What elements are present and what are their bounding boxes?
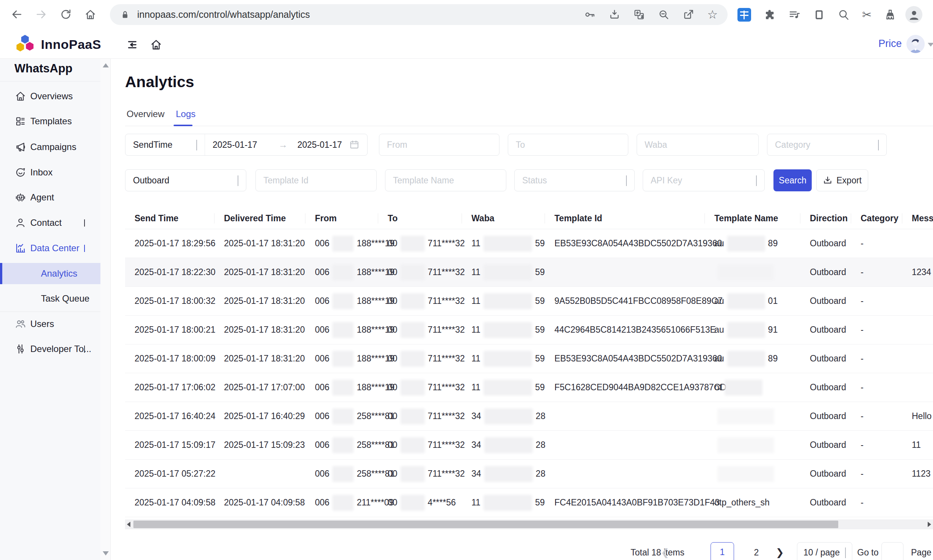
waba-input[interactable]: Waba bbox=[637, 134, 759, 156]
price-link[interactable]: Price bbox=[878, 29, 902, 58]
collapse-sidebar-icon[interactable] bbox=[126, 38, 139, 51]
redacted-text bbox=[332, 380, 354, 396]
sidebar-item-data-center[interactable]: Data Center bbox=[0, 238, 100, 259]
table-cell: 2025-01-17 18:22:30 bbox=[125, 258, 214, 286]
next-page-icon[interactable]: ❯ bbox=[776, 542, 784, 560]
status-select[interactable]: Status bbox=[514, 169, 635, 191]
table-cell: 2025-01-17 17:06:02 bbox=[125, 373, 214, 402]
template-name-input[interactable]: Template Name bbox=[385, 169, 506, 191]
redacted-text bbox=[332, 293, 354, 309]
sidebar-item-developer-tools[interactable]: Developer To... bbox=[0, 338, 100, 360]
forward-icon[interactable] bbox=[35, 8, 47, 20]
table-row[interactable]: 2025-01-17 18:00:092025-01-17 18:31:2000… bbox=[125, 344, 933, 373]
redacted-text bbox=[717, 466, 774, 482]
table-cell bbox=[705, 258, 800, 286]
table-cell: EB53E93C8A054A43BDC5502D7A319360 bbox=[545, 229, 705, 258]
table-cell: 2025-01-17 04:09:58 bbox=[214, 488, 305, 517]
home-icon[interactable] bbox=[84, 8, 97, 21]
url-text[interactable]: innopaas.com/control/whatsapp/analytics bbox=[137, 9, 310, 20]
column-header[interactable]: From bbox=[305, 208, 378, 229]
table-row[interactable]: 2025-01-17 05:27:22006258****8100711****… bbox=[125, 460, 933, 488]
chevron-down-icon bbox=[878, 140, 879, 150]
media-playlist-icon[interactable] bbox=[788, 9, 800, 21]
page-1-button[interactable]: 1 bbox=[711, 542, 734, 560]
time-field-select[interactable]: SendTime bbox=[125, 134, 205, 155]
browser-profile-avatar[interactable] bbox=[905, 6, 922, 23]
scissors-icon[interactable]: ✂ bbox=[862, 9, 872, 20]
direction-select[interactable]: Outboard bbox=[125, 169, 246, 191]
cleaner-brush-icon[interactable] bbox=[884, 9, 896, 21]
sidebar-item-contact[interactable]: Contact bbox=[0, 212, 100, 233]
template-id-input[interactable]: Template Id bbox=[255, 169, 377, 191]
table-row[interactable]: 2025-01-17 18:00:212025-01-17 18:31:2000… bbox=[125, 316, 933, 344]
goto-page-input[interactable] bbox=[881, 542, 903, 560]
zoom-out-icon[interactable] bbox=[658, 9, 670, 20]
scroll-right-icon[interactable] bbox=[928, 522, 931, 527]
api-key-select[interactable]: API Key bbox=[643, 169, 765, 191]
column-header[interactable]: Template Id bbox=[545, 208, 705, 229]
table-row[interactable]: 2025-01-17 17:06:022025-01-17 17:07:0000… bbox=[125, 373, 933, 402]
sidebar-item-campaigns[interactable]: Campaigns bbox=[0, 136, 100, 158]
table-row[interactable]: 2025-01-17 18:00:322025-01-17 18:31:2000… bbox=[125, 287, 933, 316]
date-range-picker[interactable]: 2025-01-17 → 2025-01-17 bbox=[205, 134, 367, 155]
translate-icon[interactable] bbox=[633, 9, 645, 20]
tab-overview[interactable]: Overview bbox=[127, 109, 164, 119]
to-input[interactable]: To bbox=[508, 134, 628, 156]
sidebar-item-templates[interactable]: Templates bbox=[0, 111, 100, 132]
table-row[interactable]: 2025-01-17 18:29:562025-01-17 18:31:2000… bbox=[125, 229, 933, 258]
column-header[interactable]: Category bbox=[851, 208, 902, 229]
table-cell: - bbox=[851, 460, 902, 488]
table-cell: 2025-01-17 16:40:24 bbox=[125, 402, 214, 430]
back-icon[interactable] bbox=[11, 8, 23, 20]
home-nav-icon[interactable] bbox=[150, 38, 163, 51]
user-menu-caret-icon[interactable] bbox=[928, 43, 933, 47]
search-icon[interactable] bbox=[838, 9, 850, 21]
share-icon[interactable] bbox=[683, 9, 694, 20]
prev-page-icon[interactable]: ❮ bbox=[661, 542, 669, 560]
column-header[interactable]: Waba bbox=[462, 208, 545, 229]
export-button[interactable]: Export bbox=[816, 169, 868, 191]
search-button[interactable]: Search bbox=[773, 169, 812, 191]
scroll-up-icon[interactable] bbox=[103, 63, 109, 67]
chevron-down-icon bbox=[196, 140, 197, 150]
redacted-text bbox=[401, 495, 425, 511]
user-avatar[interactable] bbox=[906, 35, 925, 53]
column-header[interactable]: Template Name bbox=[705, 208, 800, 229]
column-header[interactable]: Delivered Time bbox=[214, 208, 305, 229]
translate-badge-icon[interactable] bbox=[737, 8, 751, 22]
scroll-left-icon[interactable] bbox=[127, 522, 130, 527]
table-row[interactable]: 2025-01-17 18:22:302025-01-17 18:31:2000… bbox=[125, 258, 933, 287]
page-2-button[interactable]: 2 bbox=[752, 542, 761, 560]
column-header[interactable]: Direction bbox=[800, 208, 851, 229]
sidebar-item-inbox[interactable]: Inbox bbox=[0, 162, 100, 183]
bookmark-star-icon[interactable]: ☆ bbox=[707, 9, 718, 20]
sidebar-scrollbar[interactable] bbox=[100, 59, 111, 560]
scrollbar-thumb[interactable] bbox=[133, 521, 838, 528]
sidebar-item-analytics[interactable]: Analytics bbox=[0, 263, 100, 284]
scroll-down-icon[interactable] bbox=[103, 551, 109, 555]
key-icon[interactable] bbox=[584, 9, 596, 20]
table-row[interactable]: 2025-01-17 15:09:172025-01-17 15:09:2300… bbox=[125, 431, 933, 460]
reload-icon[interactable] bbox=[60, 8, 72, 20]
address-bar[interactable]: innopaas.com/control/whatsapp/analytics … bbox=[110, 4, 728, 25]
tab-logs[interactable]: Logs bbox=[176, 109, 196, 119]
column-header[interactable]: Message bbox=[902, 208, 933, 229]
sidebar-item-users[interactable]: Users bbox=[0, 313, 100, 335]
table-row[interactable]: 2025-01-17 04:09:582025-01-17 04:09:5800… bbox=[125, 488, 933, 517]
table-row[interactable]: 2025-01-17 16:40:242025-01-17 16:40:2900… bbox=[125, 402, 933, 431]
category-select[interactable]: Category bbox=[767, 134, 887, 156]
extensions-puzzle-icon[interactable] bbox=[764, 9, 776, 21]
install-icon[interactable] bbox=[609, 9, 620, 20]
column-header[interactable]: Send Time bbox=[125, 208, 214, 229]
redacted-text bbox=[332, 495, 354, 511]
redacted-text bbox=[332, 351, 354, 367]
sidebar-item-overviews[interactable]: Overviews bbox=[0, 86, 100, 107]
from-input[interactable]: From bbox=[379, 134, 499, 156]
sidebar-item-agent[interactable]: Agent bbox=[0, 187, 100, 208]
side-panel-icon[interactable] bbox=[813, 9, 825, 21]
sidebar-item-task-queue[interactable]: Task Queue bbox=[0, 288, 100, 309]
page-size-select[interactable]: 10 / page bbox=[797, 542, 852, 560]
column-header[interactable]: To bbox=[378, 208, 462, 229]
table-cell: 2025-01-17 18:00:21 bbox=[125, 316, 214, 344]
horizontal-scrollbar[interactable] bbox=[125, 519, 933, 529]
